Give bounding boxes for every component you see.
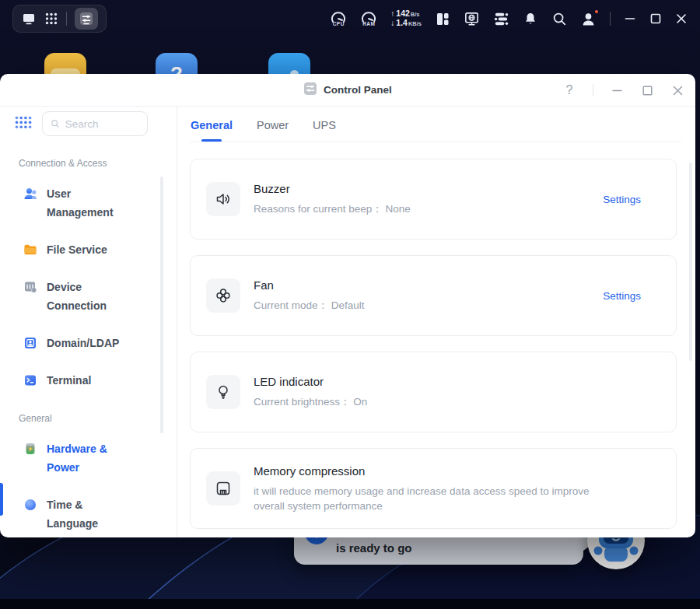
toggle-knob: [631, 387, 646, 402]
titlebar-divider: [593, 84, 593, 96]
topbar-divider: [66, 12, 67, 26]
app-grid-icon[interactable]: [44, 12, 58, 26]
sidebar-item-time-language[interactable]: Time & Language: [0, 495, 177, 533]
search-icon: [51, 118, 60, 129]
toast-message: is ready to go: [336, 541, 412, 555]
section-general: General: [19, 413, 177, 424]
terminal-icon: [23, 373, 37, 387]
upload-value: 142: [396, 9, 410, 18]
storage-manager-icon[interactable]: [493, 11, 509, 27]
card-title: LED indicator: [254, 375, 648, 388]
sidebar-item-label: Domain/LDAP: [47, 334, 135, 352]
sidebar: Connection & Access User Management File…: [0, 107, 177, 537]
user-avatar[interactable]: [580, 11, 597, 27]
download-arrow-icon: ↓: [390, 19, 394, 27]
notifications-bell-icon[interactable]: [523, 11, 538, 26]
sidebar-item-hardware-power[interactable]: Hardware & Power: [0, 439, 177, 477]
content-scrollbar[interactable]: [689, 163, 692, 361]
tab-bar: General Power UPS: [190, 107, 681, 142]
remote-desktop-icon[interactable]: [464, 11, 480, 27]
desktop-close-icon[interactable]: [675, 12, 688, 25]
download-value: 1.4: [396, 19, 408, 27]
notification-dot: [593, 9, 600, 15]
speaker-icon: [206, 182, 240, 216]
control-panel-taskbar-icon[interactable]: [75, 8, 98, 30]
topbar-divider: [610, 12, 611, 26]
sidebar-item-device-connection[interactable]: Device Connection: [0, 278, 177, 315]
fan-settings-link[interactable]: Settings: [603, 290, 641, 302]
search-icon[interactable]: [551, 11, 567, 26]
desktop-minimize-icon[interactable]: [624, 12, 636, 25]
domain-ldap-icon: [23, 336, 37, 350]
card-description: it will reduce memory usage and increase…: [254, 484, 619, 513]
active-item-indicator: [0, 483, 3, 516]
card-description: Reasons for current beep： None: [254, 201, 603, 216]
sidebar-item-label: Terminal: [47, 371, 135, 390]
bottom-taskbar[interactable]: [0, 599, 700, 609]
device-connection-icon: [23, 280, 37, 294]
control-panel-window-icon: [303, 82, 317, 99]
sidebar-item-label: File Service: [47, 240, 135, 259]
fan-card: Fan Current mode： Default Settings: [190, 255, 677, 336]
sidebar-item-label: Hardware & Power: [47, 439, 135, 477]
sidebar-item-user-management[interactable]: User Management: [0, 184, 177, 222]
window-layout-icon[interactable]: [435, 11, 450, 26]
tab-general[interactable]: General: [191, 119, 233, 142]
sidebar-search: [42, 111, 148, 136]
all-settings-grid-icon[interactable]: [14, 115, 33, 133]
sidebar-item-label: User Management: [47, 184, 135, 222]
control-panel-window: Control Panel ?: [0, 74, 695, 537]
sidebar-scrollbar[interactable]: [160, 177, 163, 433]
topbar-status-group: CPU RAM ↑142B/s ↓1.4KB/s: [330, 9, 688, 28]
topbar-launcher-group: [12, 5, 107, 33]
upload-unit: B/s: [411, 10, 420, 19]
tab-ups[interactable]: UPS: [313, 119, 336, 142]
active-tab-underline: [201, 139, 222, 142]
upload-arrow-icon: ↑: [390, 9, 394, 18]
maximize-button[interactable]: [640, 83, 654, 97]
network-speed-widget[interactable]: ↑142B/s ↓1.4KB/s: [390, 9, 422, 28]
led-indicator-card: LED indicator Current brightness： On: [190, 352, 677, 432]
sidebar-item-label: Time & Language: [47, 495, 135, 533]
minimize-button[interactable]: [610, 83, 624, 97]
section-connection-access: Connection & Access: [19, 158, 177, 169]
card-title: Fan: [254, 278, 603, 292]
memory-icon: [206, 471, 240, 506]
help-button[interactable]: ?: [562, 83, 576, 97]
desktop: CPU RAM ↑142B/s ↓1.4KB/s: [0, 0, 700, 609]
file-service-icon: [23, 243, 37, 257]
user-management-icon: [23, 187, 37, 201]
card-title: Buzzer: [254, 182, 603, 195]
system-topbar: CPU RAM ↑142B/s ↓1.4KB/s: [0, 0, 700, 37]
card-title: Memory compression: [254, 464, 648, 478]
toggle-knob: [631, 483, 646, 499]
hardware-power-icon: [23, 442, 37, 456]
download-unit: KB/s: [408, 19, 422, 28]
search-input[interactable]: [65, 118, 139, 130]
cpu-label: CPU: [333, 21, 345, 26]
tab-power[interactable]: Power: [257, 119, 289, 142]
sidebar-item-domain-ldap[interactable]: Domain/LDAP: [0, 334, 177, 352]
desktop-maximize-icon[interactable]: [649, 12, 662, 25]
window-title: Control Panel: [324, 84, 392, 96]
ram-label: RAM: [362, 21, 375, 26]
card-description: Current mode： Default: [254, 298, 603, 313]
sidebar-item-label: Device Connection: [47, 278, 135, 315]
window-titlebar: Control Panel ?: [0, 74, 695, 107]
card-description: Current brightness： On: [254, 394, 619, 409]
buzzer-settings-link[interactable]: Settings: [603, 194, 641, 205]
close-button[interactable]: [670, 83, 684, 97]
settings-cards: Buzzer Reasons for current beep： None Se…: [177, 142, 695, 529]
time-language-icon: [23, 498, 37, 512]
fan-icon: [206, 278, 240, 313]
cpu-monitor-widget[interactable]: CPU: [330, 11, 347, 26]
sidebar-item-file-service[interactable]: File Service: [0, 240, 177, 259]
buzzer-card: Buzzer Reasons for current beep： None Se…: [190, 159, 677, 240]
sidebar-item-terminal[interactable]: Terminal: [0, 371, 177, 390]
bulb-icon: [206, 375, 240, 409]
main-content: General Power UPS Buzzer Reasons for cur…: [177, 107, 695, 537]
ram-monitor-widget[interactable]: RAM: [360, 11, 377, 26]
desktop-icon[interactable]: [21, 11, 37, 26]
memory-compression-card: Memory compression it will reduce memory…: [190, 448, 677, 529]
